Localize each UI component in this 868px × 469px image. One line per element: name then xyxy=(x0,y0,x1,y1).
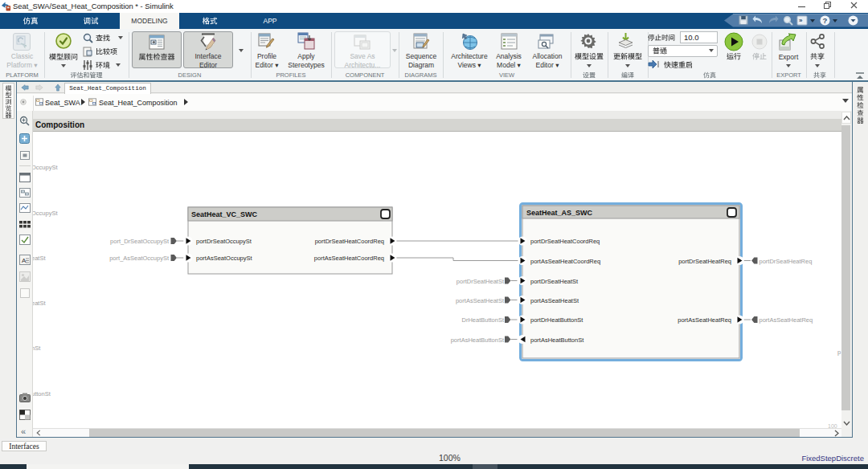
svg-text:port_AsSeatOccupySt: port_AsSeatOccupySt xyxy=(109,255,170,262)
svg-text:portDrHeatButtonSt: portDrHeatButtonSt xyxy=(530,316,583,324)
svg-text:portDrSeatHeatCoordReq: portDrSeatHeatCoordReq xyxy=(530,238,600,245)
svg-text:portAsSeatHeatReq: portAsSeatHeatReq xyxy=(760,316,813,324)
svg-text:eatSt: eatSt xyxy=(33,300,46,307)
svg-text:portAsSeatHeatSt: portAsSeatHeatSt xyxy=(456,297,505,304)
svg-text:?: ? xyxy=(823,16,828,25)
svg-text:portAsHeatButtonSt: portAsHeatButtonSt xyxy=(451,336,505,344)
svg-text:portDrSeatHeatCoordReq: portDrSeatHeatCoordReq xyxy=(315,238,384,245)
svg-text:»: » xyxy=(799,17,803,24)
svg-text:DrHeatButtonSt: DrHeatButtonSt xyxy=(461,316,504,324)
svg-text:OccupySt: OccupySt xyxy=(33,210,58,217)
svg-text:portDrSeatHeatReq: portDrSeatHeatReq xyxy=(760,258,813,265)
svg-text:OccupySt: OccupySt xyxy=(33,164,58,171)
svg-text:nSt: nSt xyxy=(33,345,41,352)
svg-text:portAsSeatHeatReq: portAsSeatHeatReq xyxy=(678,316,731,324)
svg-text:uttonSt: uttonSt xyxy=(33,390,51,398)
svg-text:portAsSeatOccupySt: portAsSeatOccupySt xyxy=(196,255,253,262)
svg-text:portDrSeatHeatReq: portDrSeatHeatReq xyxy=(678,258,731,265)
svg-text:SeatHeat_VC_SWC: SeatHeat_VC_SWC xyxy=(191,210,258,218)
svg-text:port_DrSeatOccupySt: port_DrSeatOccupySt xyxy=(110,238,170,245)
svg-text:portAsSeatHeatSt: portAsSeatHeatSt xyxy=(530,297,579,304)
svg-text:portDrSeatHeatSt: portDrSeatHeatSt xyxy=(530,278,579,285)
svg-text:portAsSeatHeatCoordReq: portAsSeatHeatCoordReq xyxy=(314,255,384,262)
svg-text:SeatHeat_AS_SWC: SeatHeat_AS_SWC xyxy=(526,209,593,217)
svg-text:portAsSeatHeatCoordReq: portAsSeatHeatCoordReq xyxy=(530,258,600,265)
svg-text:portAsHeatButtonSt: portAsHeatButtonSt xyxy=(530,336,584,344)
svg-text:portDrSeatOccupySt: portDrSeatOccupySt xyxy=(196,238,252,245)
svg-text:portDrSeatHeatSt: portDrSeatHeatSt xyxy=(457,278,505,285)
svg-text:eatSt: eatSt xyxy=(33,255,46,262)
svg-text:p: p xyxy=(837,349,841,356)
